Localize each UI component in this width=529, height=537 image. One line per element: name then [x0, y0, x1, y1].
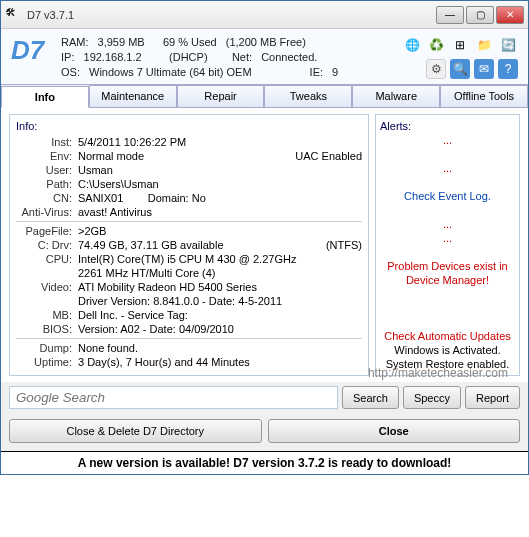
bios-value: Version: A02 - Date: 04/09/2010 [78, 322, 362, 336]
search-row: Search Speccy Report [1, 380, 528, 415]
ram-total: 3,959 MB [98, 36, 145, 48]
maximize-button[interactable]: ▢ [466, 6, 494, 24]
activated-msg: Windows is Activated. [380, 343, 515, 357]
update-bar: A new version is available! D7 version 3… [1, 451, 528, 474]
windows-icon[interactable]: ⊞ [450, 35, 470, 55]
alert-dots: ... [380, 133, 515, 147]
window-buttons: — ▢ ✕ [436, 6, 524, 24]
report-button[interactable]: Report [465, 386, 520, 409]
alerts-panel: Alerts: ... ... Check Event Log. ... ...… [375, 114, 520, 376]
close-delete-button[interactable]: Close & Delete D7 Directory [9, 419, 262, 443]
ip-value: 192.168.1.2 [84, 51, 142, 63]
dhcp: (DHCP) [169, 51, 208, 63]
mb-value: Dell Inc. - Service Tag: [78, 308, 362, 322]
ip-label: IP: [61, 51, 74, 63]
ie-value: 9 [332, 66, 338, 78]
check-event-log-link[interactable]: Check Event Log. [380, 189, 515, 203]
globe-icon[interactable]: 🌐 [402, 35, 422, 55]
bottom-row: Close & Delete D7 Directory Close [1, 415, 528, 451]
system-info: RAM: 3,959 MB 69 % Used (1,200 MB Free) … [61, 35, 402, 80]
help-icon[interactable]: ? [498, 59, 518, 79]
net-label: Net: [232, 51, 252, 63]
app-icon: 🛠 [5, 7, 21, 23]
search-button[interactable]: Search [342, 386, 399, 409]
video-value: ATI Mobility Radeon HD 5400 Series [78, 280, 362, 294]
env-value: Normal modeUAC Enabled [78, 149, 362, 163]
speccy-button[interactable]: Speccy [403, 386, 461, 409]
check-updates-alert: Check Automatic Updates [380, 329, 515, 343]
search-icon[interactable]: 🔍 [450, 59, 470, 79]
user-value: Usman [78, 163, 362, 177]
path-value: C:\Users\Usman [78, 177, 362, 191]
tab-repair[interactable]: Repair [177, 85, 265, 107]
cdrv-value: 74.49 GB, 37.11 GB available(NTFS) [78, 238, 362, 252]
ram-free: (1,200 MB Free) [226, 36, 306, 48]
watermark: http://maketecheasier.com [1, 366, 528, 380]
os-value: Windows 7 Ultimate (64 bit) OEM [89, 66, 252, 78]
titlebar: 🛠 D7 v3.7.1 — ▢ ✕ [1, 1, 528, 29]
minimize-button[interactable]: — [436, 6, 464, 24]
tab-info[interactable]: Info [1, 86, 89, 108]
cpu2-value: 2261 MHz HT/Multi Core (4) [78, 266, 362, 280]
info-panel: Info: Inst:5/4/2011 10:26:22 PM Env:Norm… [9, 114, 369, 376]
problem-devices-alert: Problem Devices exist in Device Manager! [380, 259, 515, 287]
os-label: OS: [61, 66, 80, 78]
ie-label: IE: [310, 66, 323, 78]
close-window-button[interactable]: ✕ [496, 6, 524, 24]
dump-value: None found. [78, 341, 362, 355]
tab-tweaks[interactable]: Tweaks [264, 85, 352, 107]
av-value: avast! Antivirus [78, 205, 362, 219]
net-value: Connected. [261, 51, 317, 63]
cn-value: SANIX01 Domain: No [78, 191, 362, 205]
ram-used: 69 % Used [163, 36, 217, 48]
content: Info: Inst:5/4/2011 10:26:22 PM Env:Norm… [1, 108, 528, 382]
video2-value: Driver Version: 8.841.0.0 - Date: 4-5-20… [78, 294, 362, 308]
pagefile-value: >2GB [78, 224, 362, 238]
tab-maintenance[interactable]: Maintenance [89, 85, 177, 107]
close-button[interactable]: Close [268, 419, 521, 443]
gear-icon[interactable]: ⚙ [426, 59, 446, 79]
tab-offline-tools[interactable]: Offline Tools [440, 85, 528, 107]
tabs: Info Maintenance Repair Tweaks Malware O… [1, 85, 528, 108]
header: D7 RAM: 3,959 MB 69 % Used (1,200 MB Fre… [1, 29, 528, 85]
alerts-title: Alerts: [380, 119, 515, 133]
app-window: 🛠 D7 v3.7.1 — ▢ ✕ D7 RAM: 3,959 MB 69 % … [0, 0, 529, 475]
inst-value: 5/4/2011 10:26:22 PM [78, 135, 362, 149]
recycle-icon[interactable]: ♻️ [426, 35, 446, 55]
logo: D7 [11, 35, 61, 80]
search-input[interactable] [9, 386, 338, 409]
cpu-value: Intel(R) Core(TM) i5 CPU M 430 @ 2.27GHz [78, 252, 362, 266]
tab-malware[interactable]: Malware [352, 85, 440, 107]
info-title: Info: [16, 119, 362, 133]
toolbar: 🌐 ♻️ ⊞ 📁 🔄 ⚙ 🔍 ✉ ? [402, 35, 518, 80]
window-title: D7 v3.7.1 [27, 9, 436, 21]
mail-icon[interactable]: ✉ [474, 59, 494, 79]
folder-icon[interactable]: 📁 [474, 35, 494, 55]
refresh-icon[interactable]: 🔄 [498, 35, 518, 55]
ram-label: RAM: [61, 36, 89, 48]
